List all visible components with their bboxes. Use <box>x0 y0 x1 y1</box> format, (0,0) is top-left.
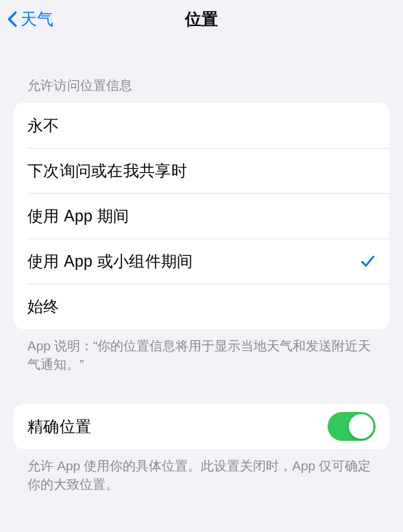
toggle-knob <box>349 414 374 439</box>
option-label: 始终 <box>27 296 60 317</box>
option-label: 永不 <box>27 115 60 136</box>
chevron-left-icon <box>5 10 19 29</box>
page-title: 位置 <box>185 8 218 30</box>
location-access-group: 永不 下次询问或在我共享时 使用 App 期间 使用 App 或小组件期间 始终 <box>14 103 389 329</box>
option-while-using-app[interactable]: 使用 App 期间 <box>14 193 389 239</box>
spacer <box>14 374 389 404</box>
precise-location-group: 精确位置 <box>14 404 389 449</box>
option-label: 下次询问或在我共享时 <box>27 160 187 182</box>
section-header-access: 允许访问位置信息 <box>14 38 389 103</box>
option-label: 使用 App 期间 <box>27 206 129 227</box>
option-ask-next-time[interactable]: 下次询问或在我共享时 <box>14 148 389 193</box>
section-footer-explanation: App 说明：“你的位置信息将用于显示当地天气和发送附近天气通知。” <box>14 329 389 374</box>
checkmark-icon <box>359 253 376 269</box>
back-button[interactable]: 天气 <box>5 8 53 30</box>
precise-location-label: 精确位置 <box>27 416 91 437</box>
option-label: 使用 App 或小组件期间 <box>27 251 193 272</box>
back-label: 天气 <box>21 8 53 30</box>
content: 允许访问位置信息 永不 下次询问或在我共享时 使用 App 期间 使用 App … <box>0 38 403 494</box>
precise-location-toggle[interactable] <box>328 412 376 441</box>
option-always[interactable]: 始终 <box>14 284 389 329</box>
precise-location-row[interactable]: 精确位置 <box>14 404 389 449</box>
nav-bar: 天气 位置 <box>0 0 403 38</box>
section-footer-precise: 允许 App 使用你的具体位置。此设置关闭时，App 仅可确定你的大致位置。 <box>14 449 389 494</box>
option-while-using-app-or-widgets[interactable]: 使用 App 或小组件期间 <box>14 239 389 284</box>
option-never[interactable]: 永不 <box>14 103 389 148</box>
